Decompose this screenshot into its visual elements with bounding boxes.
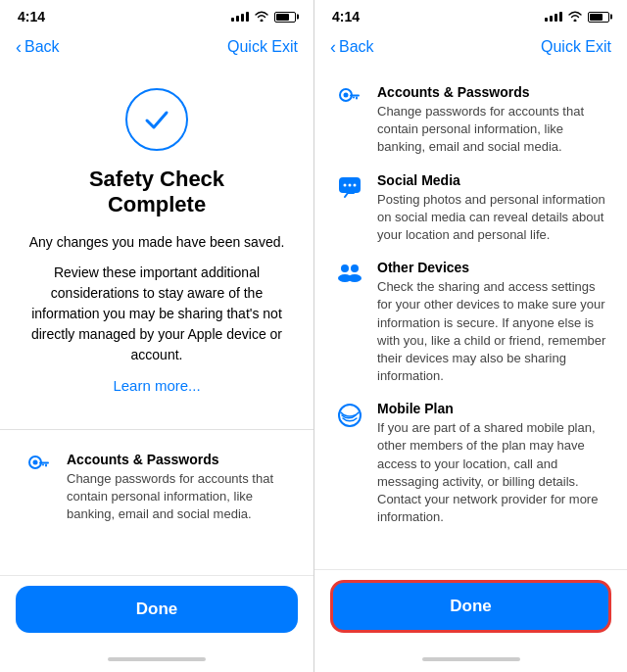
home-indicator-left [0,652,314,672]
key-icon-left [24,452,55,481]
signal-dots-right [545,12,562,22]
svg-rect-9 [353,97,355,99]
accounts-desc-right: Change passwords for accounts that conta… [377,103,607,157]
svg-point-17 [348,274,362,282]
time-left: 4:14 [18,9,45,24]
svg-point-11 [344,183,347,186]
svg-point-1 [33,459,38,464]
svg-point-13 [354,183,357,186]
list-item-accounts-right: Accounts & Passwords Change passwords fo… [314,76,627,165]
svg-rect-2 [39,461,49,463]
battery-icon-right [588,12,609,23]
done-button-left[interactable]: Done [16,586,298,633]
divider-left [0,429,314,430]
home-bar-left [108,657,206,661]
back-button-right[interactable]: ‹ Back [330,38,374,56]
social-title: Social Media [377,172,607,188]
accounts-desc-left: Change passwords for accounts that conta… [67,470,290,524]
wifi-icon-right [567,10,583,24]
nav-bar-left: ‹ Back Quick Exit [0,29,314,69]
social-desc: Posting photos and personal information … [377,191,607,245]
main-title-left: Safety CheckComplete [24,167,290,218]
quick-exit-left[interactable]: Quick Exit [227,38,298,56]
svg-point-12 [349,183,352,186]
list-text-mobile: Mobile Plan If you are part of a shared … [377,401,607,526]
svg-rect-3 [45,463,47,466]
left-panel: 4:14 ‹ Back Quic [0,0,314,672]
mobile-title: Mobile Plan [377,401,607,416]
home-indicator-right [314,652,627,672]
accounts-title-left: Accounts & Passwords [67,452,290,467]
done-button-right[interactable]: Done [330,580,611,633]
list-text-accounts-right: Accounts & Passwords Change passwords fo… [377,84,607,157]
svg-point-14 [341,264,349,272]
check-circle-icon [125,88,188,151]
devices-title: Other Devices [377,260,607,275]
svg-rect-4 [42,463,44,465]
back-label-right: Back [339,38,374,56]
quick-exit-right[interactable]: Quick Exit [541,38,611,56]
left-main-content: Safety CheckComplete Any changes you mad… [0,69,314,429]
main-desc-2: Review these important additional consid… [24,263,290,365]
battery-icon [274,12,296,23]
back-chevron-right: ‹ [330,38,336,56]
signal-plan-icon [334,401,365,428]
chat-icon [334,172,365,200]
accounts-title-right: Accounts & Passwords [377,84,607,100]
back-label-left: Back [24,38,60,56]
mobile-desc: If you are part of a shared mobile plan,… [377,419,607,526]
nav-bar-right: ‹ Back Quick Exit [314,29,627,69]
status-icons-right [545,10,609,24]
svg-rect-7 [350,95,360,97]
back-button-left[interactable]: ‹ Back [16,38,60,56]
svg-point-6 [344,93,349,98]
devices-desc: Check the sharing and access settings fo… [377,278,607,385]
list-text-devices: Other Devices Check the sharing and acce… [377,260,607,385]
bottom-area-left: Done [0,575,314,652]
status-bar-left: 4:14 [0,0,314,29]
bottom-area-right: Done [314,569,627,652]
list-text-accounts-left: Accounts & Passwords Change passwords fo… [67,452,290,524]
back-chevron-left: ‹ [16,38,22,56]
right-content-area: Accounts & Passwords Change passwords fo… [314,69,627,569]
home-bar-right [422,657,520,661]
main-desc-1: Any changes you made have been saved. [24,232,290,253]
time-right: 4:14 [332,9,360,24]
key-icon-right [334,84,365,114]
svg-point-15 [351,264,359,272]
list-item-mobile: Mobile Plan If you are part of a shared … [314,393,627,534]
status-bar-right: 4:14 [314,0,627,29]
svg-rect-8 [356,97,358,100]
right-list: Accounts & Passwords Change passwords fo… [314,69,627,542]
list-text-social: Social Media Posting photos and personal… [377,172,607,245]
list-item-devices: Other Devices Check the sharing and acce… [314,252,627,393]
learn-more-link[interactable]: Learn more... [24,377,290,394]
wifi-icon [254,10,269,24]
left-content-area: Safety CheckComplete Any changes you mad… [0,69,314,575]
list-item-accounts-left: Accounts & Passwords Change passwords fo… [0,442,314,534]
signal-icon [231,12,249,22]
status-icons-left [231,10,296,24]
list-item-social: Social Media Posting photos and personal… [314,165,627,253]
people-icon [334,260,365,283]
right-panel: 4:14 ‹ Back Quic [314,0,627,672]
